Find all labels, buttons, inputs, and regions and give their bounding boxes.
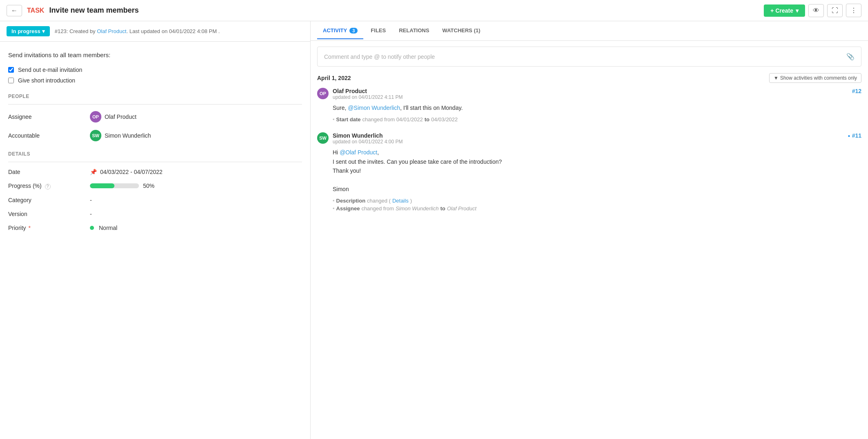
attach-icon[interactable]: 📎 [846, 53, 855, 60]
progress-text: 50% [143, 183, 154, 189]
tab-watchers[interactable]: WATCHERS (1) [436, 22, 486, 39]
tab-files[interactable]: FILES [365, 22, 391, 39]
task-type-label: TASK [27, 7, 44, 14]
tab-relations[interactable]: RELATIONS [393, 22, 435, 39]
date-divider: April 1, 2022 ▼ Show activities with com… [317, 73, 861, 83]
date-row: Date 📌 04/03/2022 - 04/07/2022 [8, 169, 302, 175]
main-layout: In progress ▾ #123: Created by Olaf Prod… [0, 21, 868, 439]
date-text: 04/03/2022 - 04/07/2022 [100, 169, 163, 175]
assignee-label: Assignee [8, 114, 90, 120]
checklist-item-1: Send out e-mail invitation [8, 67, 302, 73]
assignee-avatar: OP [90, 111, 101, 123]
progress-row: Progress (%) ? 50% [8, 183, 302, 189]
details-link[interactable]: Details [392, 198, 409, 204]
version-value: - [90, 211, 92, 217]
assignee-value: OP Olaf Product [90, 111, 136, 123]
assignee-name: Olaf Product [105, 114, 136, 120]
activity-meta-12: Olaf Product updated on 04/01/2022 4:11 … [333, 88, 848, 100]
activity-avatar-12: OP [317, 88, 329, 99]
activity-header-11: SW Simon Wunderlich updated on 04/01/202… [317, 132, 861, 145]
change-item-assignee: Assignee changed from Simon Wunderlich t… [333, 205, 861, 212]
progress-label: Progress (%) ? [8, 183, 90, 189]
back-button[interactable]: ← [7, 5, 22, 16]
comment-placeholder: Comment and type @ to notify other peopl… [324, 53, 435, 60]
create-button[interactable]: + Create ▾ [764, 4, 805, 17]
activity-date: April 1, 2022 [317, 75, 351, 81]
header: ← TASK Invite new team members + Create … [0, 0, 868, 21]
activity-entry-12: OP Olaf Product updated on 04/01/2022 4:… [317, 88, 861, 123]
mention-sw: @Simon Wunderlich [348, 105, 400, 111]
accountable-avatar: SW [90, 130, 101, 141]
unread-dot: ● [848, 134, 850, 138]
date-value: 📌 04/03/2022 - 04/07/2022 [90, 169, 163, 175]
activity-area: Comment and type @ to notify other peopl… [311, 41, 868, 439]
progress-bar-fill [90, 183, 114, 188]
checklist-checkbox-2[interactable] [8, 78, 14, 83]
details-divider [8, 162, 302, 162]
page-title: Invite new team members [49, 6, 139, 15]
priority-label: Priority * [8, 225, 90, 231]
activity-author-12: Olaf Product [333, 88, 848, 94]
right-panel: ACTIVITY 3 FILES RELATIONS WATCHERS (1) … [311, 21, 868, 439]
activity-changes-12: Start date changed from 04/01/2022 to 04… [333, 116, 861, 123]
version-label: Version [8, 211, 90, 217]
creator-link[interactable]: Olaf Product [97, 28, 126, 34]
priority-row: Priority * Normal [8, 225, 302, 231]
accountable-row: Accountable SW Simon Wunderlich [8, 130, 302, 141]
task-description: Send invitations to all team members: [8, 51, 302, 58]
checklist-label-2: Give short introduction [18, 77, 75, 84]
activity-number-11: ● #11 [848, 132, 861, 139]
priority-value: Normal [90, 225, 117, 231]
expand-button[interactable]: ⛶ [827, 4, 843, 17]
preview-button[interactable]: 👁 [808, 4, 824, 17]
more-options-button[interactable]: ⋮ [846, 4, 861, 17]
people-section-title: PEOPLE [8, 94, 302, 99]
priority-dot [90, 226, 94, 230]
activity-time-11: updated on 04/01/2022 4:00 PM [333, 139, 844, 145]
version-row: Version - [8, 211, 302, 217]
activity-header-12: OP Olaf Product updated on 04/01/2022 4:… [317, 88, 861, 100]
details-section-title: DETAILS [8, 151, 302, 157]
activity-time-12: updated on 04/01/2022 4:11 PM [333, 94, 848, 100]
activity-body-11: Hi @Olaf Product, I sent out the invites… [333, 148, 861, 194]
mention-op: @Olaf Product [340, 149, 377, 156]
date-label: Date [8, 169, 90, 175]
tab-activity[interactable]: ACTIVITY 3 [317, 22, 363, 39]
status-bar: In progress ▾ #123: Created by Olaf Prod… [0, 21, 310, 42]
category-value: - [90, 197, 92, 203]
status-badge[interactable]: In progress ▾ [7, 26, 50, 36]
filter-label: Show activities with comments only [780, 75, 857, 81]
change-item-description: Description changed ( Details ) [333, 198, 861, 204]
checklist-checkbox-1[interactable] [8, 67, 14, 73]
activity-entry-11: SW Simon Wunderlich updated on 04/01/202… [317, 132, 861, 212]
task-content: Send invitations to all team members: Se… [0, 42, 310, 248]
assignee-row: Assignee OP Olaf Product [8, 111, 302, 123]
activity-number-12: #12 [852, 88, 861, 94]
comment-input[interactable]: Comment and type @ to notify other peopl… [317, 47, 861, 67]
accountable-value: SW Simon Wunderlich [90, 130, 151, 141]
change-item-start-date: Start date changed from 04/01/2022 to 04… [333, 116, 861, 123]
priority-text: Normal [99, 225, 117, 231]
left-panel: In progress ▾ #123: Created by Olaf Prod… [0, 21, 311, 439]
accountable-name: Simon Wunderlich [105, 132, 151, 139]
activity-meta-11: Simon Wunderlich updated on 04/01/2022 4… [333, 132, 844, 145]
accountable-label: Accountable [8, 132, 90, 139]
category-label: Category [8, 197, 90, 203]
progress-bar: 50% [90, 183, 154, 189]
activity-changes-11: Description changed ( Details ) Assignee… [333, 198, 861, 212]
status-meta: #123: Created by Olaf Product. Last upda… [55, 28, 220, 34]
people-divider [8, 104, 302, 105]
activity-badge: 3 [349, 28, 358, 33]
header-actions: + Create ▾ 👁 ⛶ ⋮ [764, 4, 861, 17]
activity-author-11: Simon Wunderlich [333, 132, 844, 139]
activity-body-12: Sure, @Simon Wunderlich, I'll start this… [333, 103, 861, 112]
progress-value: 50% [90, 183, 154, 189]
progress-help-icon: ? [45, 184, 51, 189]
checklist-label-1: Send out e-mail invitation [18, 67, 82, 73]
filter-comments-button[interactable]: ▼ Show activities with comments only [769, 73, 861, 83]
tabs: ACTIVITY 3 FILES RELATIONS WATCHERS (1) [311, 21, 868, 41]
progress-bar-bg [90, 183, 139, 188]
checklist-item-2: Give short introduction [8, 77, 302, 84]
category-row: Category - [8, 197, 302, 203]
activity-avatar-11: SW [317, 132, 329, 144]
